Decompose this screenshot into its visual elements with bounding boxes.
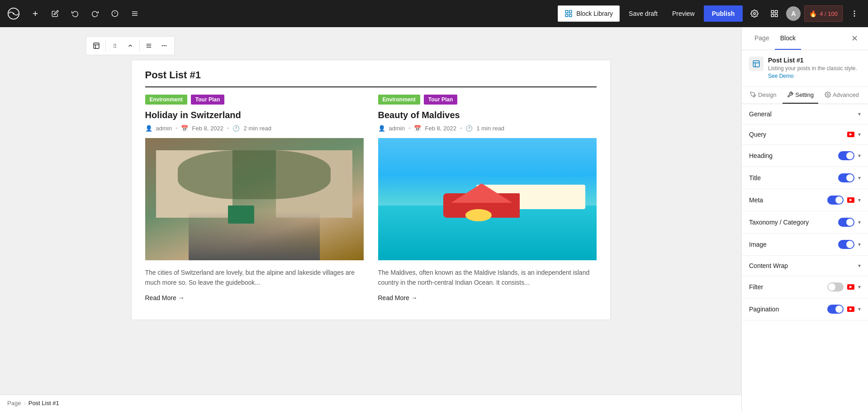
settings-row-4[interactable]: Meta ▶▾ [742,189,868,211]
settings-label-6: Image [749,241,767,248]
post-2-readtime: 1 min read [476,125,504,132]
settings-section-1: Query ▶▾ [742,124,868,145]
post-1-time-icon: 🕐 [232,125,240,132]
block-toolbar [86,36,175,55]
info-button[interactable] [107,5,123,22]
settings-label-5: Taxonomy / Category [749,219,809,226]
tag-environment-2[interactable]: Environment [378,95,420,105]
svg-rect-15 [771,10,773,13]
tag-tour-2[interactable]: Tour Plan [424,95,457,105]
svg-rect-11 [569,10,572,13]
align-button[interactable] [142,38,156,53]
post-2-meta: 👤 admin • 📅 Feb 8, 2022 • 🕐 1 min read [378,125,597,132]
post-2-title[interactable]: Beauty of Maldives [378,110,597,120]
svg-point-19 [854,11,855,12]
toggle-5[interactable] [838,218,854,227]
publish-button[interactable]: Publish [704,5,743,22]
post-2-tags: Environment Tour Plan [378,95,597,105]
settings-button[interactable] [746,5,763,22]
svg-rect-18 [775,14,778,17]
tab-setting[interactable]: Setting [783,87,818,104]
svg-point-40 [827,94,829,96]
post-1-image [145,138,364,260]
tab-design[interactable]: Design [745,87,781,104]
post-2-date: Feb 8, 2022 [425,125,456,132]
breadcrumb-page[interactable]: Page [7,400,21,406]
breadcrumb-current: Post List #1 [28,400,59,406]
block-type-button[interactable] [89,38,104,53]
list-view-button[interactable] [127,5,143,22]
breadcrumb-separator: › [24,400,25,406]
see-demo-link[interactable]: See Demo [768,73,794,79]
save-draft-button[interactable]: Save draft [623,5,663,22]
post-2-author: admin [389,125,405,132]
toggle-8[interactable] [827,282,844,292]
flame-count: 4 / 100 [820,10,838,17]
toggle-3[interactable] [838,173,854,182]
post-1-date: Feb 8, 2022 [192,125,223,132]
preview-button[interactable]: Preview [667,5,700,22]
chevron-5: ▾ [858,219,861,225]
settings-section-7: Content Wrap ▾ [742,256,868,276]
settings-row-0[interactable]: General ▾ [742,104,868,124]
settings-section-3: Title ▾ [742,167,868,189]
tab-block[interactable]: Block [775,27,801,50]
settings-label-2: Heading [749,152,773,159]
user-avatar-button[interactable]: A [786,6,801,21]
settings-row-8[interactable]: Filter ▶▾ [742,276,868,298]
video-icon-1: ▶ [847,132,854,137]
svg-point-29 [114,47,114,48]
toggle-2[interactable] [838,151,854,160]
undo-button[interactable] [67,5,83,22]
block-library-button[interactable]: Block Library [558,5,620,22]
svg-rect-13 [569,14,572,17]
post-2-read-more[interactable]: Read More → [378,294,597,301]
settings-row-5[interactable]: Taxonomy / Category ▾ [742,211,868,233]
edit-mode-button[interactable] [47,5,63,22]
post-2-excerpt: The Maldives, often known as the Maldive… [378,268,597,288]
svg-point-34 [162,45,162,46]
svg-point-28 [115,45,116,46]
view-switcher-button[interactable] [766,5,783,22]
move-up-button[interactable] [123,38,138,53]
tab-advanced[interactable]: Advanced [820,87,863,104]
settings-list: General ▾ Query ▶▾ Heading [742,104,868,411]
tag-environment-1[interactable]: Environment [145,95,187,105]
chevron-7: ▾ [858,263,861,269]
settings-row-9[interactable]: Pagination ▶▾ [742,298,868,320]
post-2-image [378,138,597,260]
svg-rect-12 [565,14,568,17]
setting-tabs: Design Setting Advanced [742,87,868,104]
more-options-button[interactable] [846,5,863,22]
toggle-4[interactable] [827,196,844,205]
post-1-read-more[interactable]: Read More → [145,294,364,301]
add-block-button[interactable] [27,5,43,22]
redo-button[interactable] [87,5,103,22]
settings-row-1[interactable]: Query ▶▾ [742,124,868,144]
drag-handle-button[interactable] [108,38,122,53]
video-icon-8: ▶ [847,284,854,290]
post-1-title[interactable]: Holiday in Switzerland [145,110,364,120]
chevron-9: ▾ [858,306,861,312]
toggle-9[interactable] [827,305,844,314]
toggle-6[interactable] [838,240,854,249]
svg-rect-16 [775,10,778,13]
editor-area: Post List #1 Environment Tour Plan Holid… [0,27,741,411]
svg-rect-17 [771,14,773,17]
chevron-6: ▾ [858,241,861,248]
tab-page[interactable]: Page [749,27,775,50]
settings-row-3[interactable]: Title ▾ [742,167,868,189]
flamerate-button[interactable]: 🔥 4 / 100 [804,5,843,22]
block-library-icon [564,10,573,18]
post-2-date-icon: 📅 [414,125,421,132]
svg-point-26 [115,44,116,45]
panel-close-button[interactable]: ✕ [848,32,861,45]
more-block-options-button[interactable] [157,38,171,53]
settings-row-6[interactable]: Image ▾ [742,234,868,255]
settings-section-5: Taxonomy / Category ▾ [742,211,868,234]
settings-row-7[interactable]: Content Wrap ▾ [742,256,868,276]
wp-logo[interactable] [5,5,22,22]
tag-tour-1[interactable]: Tour Plan [191,95,224,105]
chevron-2: ▾ [858,153,861,159]
settings-row-2[interactable]: Heading ▾ [742,145,868,167]
